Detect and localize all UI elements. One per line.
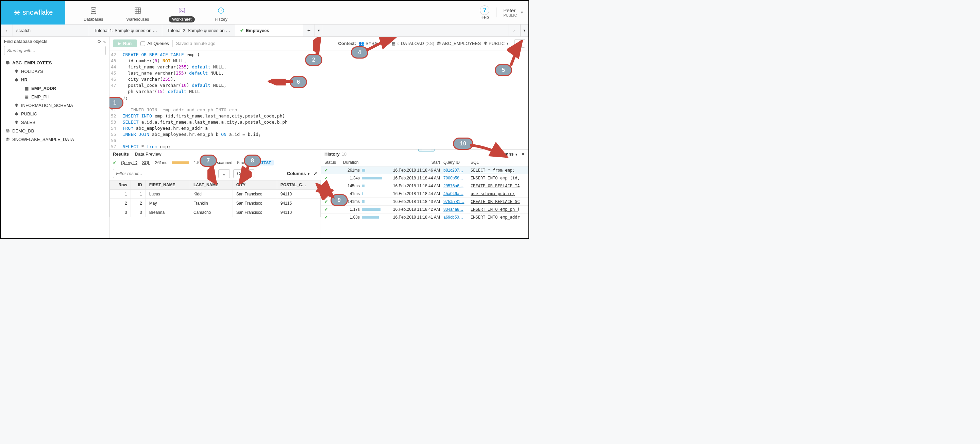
history-row[interactable]: ✔261ms16.Feb.2018 11:18:46 AMb81c207…SEL… xyxy=(321,166,528,174)
duration-value: 261ms xyxy=(155,160,167,165)
table-row[interactable]: 11LucasKiddSan Francisco94110 xyxy=(110,190,321,199)
history-row[interactable]: ✔141ms16.Feb.2018 11:18:43 AM97fc5781…CR… xyxy=(321,198,528,205)
add-tab-button[interactable]: + xyxy=(303,24,315,37)
worksheet-toolbar: Run All Queries Saved a minute ago Conte… xyxy=(110,37,528,50)
database-icon: ⛃ xyxy=(4,60,11,65)
brand-text: snowflake xyxy=(23,8,53,16)
chevron-down-icon: ▼ xyxy=(515,153,518,156)
tab-back-button[interactable]: ‹ xyxy=(1,24,13,37)
nav-history[interactable]: History xyxy=(209,3,232,24)
table-icon: ▦ xyxy=(23,94,30,99)
sql-editor[interactable]: 42434445464751525354555657 CREATE OR REP… xyxy=(110,50,528,149)
data-preview-tab[interactable]: Data Preview xyxy=(135,152,161,157)
tab-forward-button[interactable]: › xyxy=(508,24,520,37)
schema-icon: ✱ xyxy=(13,103,20,108)
scratch-tab[interactable]: scratch xyxy=(13,24,89,37)
context-schema[interactable]: ✱PUBLIC▼ xyxy=(484,41,509,46)
check-icon: ✔ xyxy=(240,28,244,33)
filter-result-input[interactable] xyxy=(113,169,215,178)
chevron-down-icon: ▼ xyxy=(248,172,251,176)
schema-hr[interactable]: ✱HR xyxy=(1,76,109,84)
database-icon xyxy=(88,5,99,16)
svg-point-0 xyxy=(91,7,96,9)
results-table: Row ID FIRST_NAME LAST_NAME CITY POSTAL_… xyxy=(110,180,321,217)
download-icon: ⭳ xyxy=(222,171,226,176)
download-button[interactable]: ⭳ xyxy=(218,169,230,178)
tab-tutorial-1[interactable]: Tutorial 1: Sample queries on … xyxy=(89,24,162,37)
table-emp-ph[interactable]: ▦EMP_PH xyxy=(1,93,109,101)
worksheet-tabs: ‹ scratch Tutorial 1: Sample queries on … xyxy=(1,24,528,37)
results-tab[interactable]: Results xyxy=(113,152,129,157)
logo: snowflake xyxy=(1,1,65,24)
row-count: 5 rows xyxy=(237,160,249,165)
nav-warehouses[interactable]: Warehouses xyxy=(121,3,154,24)
user-role: PUBLIC xyxy=(503,13,517,18)
bytes-scanned: 1.5KB bytes scanned xyxy=(194,160,232,165)
object-search-input[interactable] xyxy=(4,46,106,55)
chevron-down-icon: ▼ xyxy=(307,172,310,176)
svg-rect-2 xyxy=(179,8,185,13)
all-queries-label: All Queries xyxy=(147,41,169,46)
svg-rect-1 xyxy=(135,8,141,13)
schema-holidays[interactable]: ✱HOLIDAYS xyxy=(1,67,109,76)
all-queries-checkbox[interactable] xyxy=(140,41,145,46)
chevron-down-icon: ▼ xyxy=(506,42,509,45)
table-row[interactable]: 33BreannaCamachoSan Francisco94110 xyxy=(110,208,321,217)
user-name: Peter xyxy=(503,8,517,13)
schema-icon: ✱ xyxy=(13,120,20,125)
history-row[interactable]: ✔41ms16.Feb.2018 11:18:44 AM45a046a…use … xyxy=(321,190,528,198)
context-role[interactable]: 👥SYSADMIN xyxy=(359,41,389,46)
db-demo[interactable]: ⛃DEMO_DB xyxy=(1,127,109,135)
columns-button[interactable]: Columns ▼ xyxy=(287,171,310,176)
tab-menu-button[interactable]: ▼ xyxy=(315,24,323,37)
find-label: Find database objects xyxy=(4,39,47,44)
check-icon: ✔ xyxy=(113,160,116,165)
copy-button[interactable]: Copy▼ xyxy=(233,169,255,178)
close-icon[interactable]: ✕ xyxy=(521,152,525,157)
schema-public[interactable]: ✱PUBLIC xyxy=(1,110,109,118)
top-nav: Databases Warehouses Worksheet History xyxy=(65,1,246,24)
table-row[interactable]: 22MayFranklinSan Francisco94115 xyxy=(110,199,321,208)
warehouse-icon: ▦ xyxy=(391,41,396,46)
terminal-icon xyxy=(177,5,187,16)
expand-icon[interactable]: ⤢ xyxy=(313,171,317,176)
nav-worksheet[interactable]: Worksheet xyxy=(167,3,197,24)
refresh-icon[interactable]: ⟳ xyxy=(98,39,101,44)
history-row[interactable]: ✔1.08s16.Feb.2018 11:18:41 AMa69cb50…INS… xyxy=(321,213,528,221)
schema-icon: ✱ xyxy=(13,77,20,82)
grid-icon xyxy=(133,5,143,16)
db-abc-employees[interactable]: ⛃ABC_EMPLOYEES xyxy=(1,59,109,67)
history-row[interactable]: ✔145ms16.Feb.2018 11:18:44 AM29576a6…CRE… xyxy=(321,182,528,190)
users-icon: 👥 xyxy=(359,41,364,46)
db-sample[interactable]: ⛃SNOWFLAKE_SAMPLE_DATA xyxy=(1,135,109,144)
table-emp-addr[interactable]: ▦EMP_ADDR xyxy=(1,84,109,93)
schema-information[interactable]: ✱INFORMATION_SCHEMA xyxy=(1,101,109,110)
schema-sales[interactable]: ✱SALES xyxy=(1,118,109,127)
header: snowflake Databases Warehouses Worksheet… xyxy=(1,1,528,24)
history-title: History xyxy=(325,152,340,157)
history-columns-button[interactable]: Columns ▼ xyxy=(495,152,518,157)
split-handle[interactable] xyxy=(418,149,434,152)
tab-tutorial-2[interactable]: Tutorial 2: Sample queries on … xyxy=(162,24,235,37)
nav-databases[interactable]: Databases xyxy=(78,3,108,24)
database-icon: ⛃ xyxy=(4,128,11,134)
context-database[interactable]: ⛃ABC_EMPLOYEES xyxy=(437,41,481,46)
latest-badge: LATEST xyxy=(254,160,274,166)
results-panel: Results Data Preview ✔ Query ID SQL 261m… xyxy=(110,150,321,238)
tab-options-button[interactable]: ▼ xyxy=(520,24,528,37)
context-warehouse[interactable]: ▦○DATALOAD(XS) xyxy=(391,41,434,46)
schema-icon: ✱ xyxy=(484,41,487,46)
sql-link[interactable]: SQL xyxy=(142,160,150,165)
tab-employees[interactable]: ✔Employees xyxy=(235,24,303,37)
history-row[interactable]: ✔1.17s16.Feb.2018 11:18:42 AM834a4a8…INS… xyxy=(321,205,528,213)
run-button[interactable]: Run xyxy=(113,40,137,47)
more-button[interactable]: ⋯ xyxy=(514,39,525,48)
collapse-icon[interactable]: « xyxy=(103,39,106,44)
schema-icon: ✱ xyxy=(13,111,20,117)
help-icon: ? xyxy=(480,5,489,15)
user-menu[interactable]: Peter PUBLIC ▼ xyxy=(496,8,523,18)
query-id-link[interactable]: Query ID xyxy=(121,160,137,165)
history-row[interactable]: ✔1.34s16.Feb.2018 11:18:44 AM7900b58…INS… xyxy=(321,174,528,182)
duration-bar xyxy=(172,161,189,164)
help-button[interactable]: ? Help xyxy=(480,5,489,20)
